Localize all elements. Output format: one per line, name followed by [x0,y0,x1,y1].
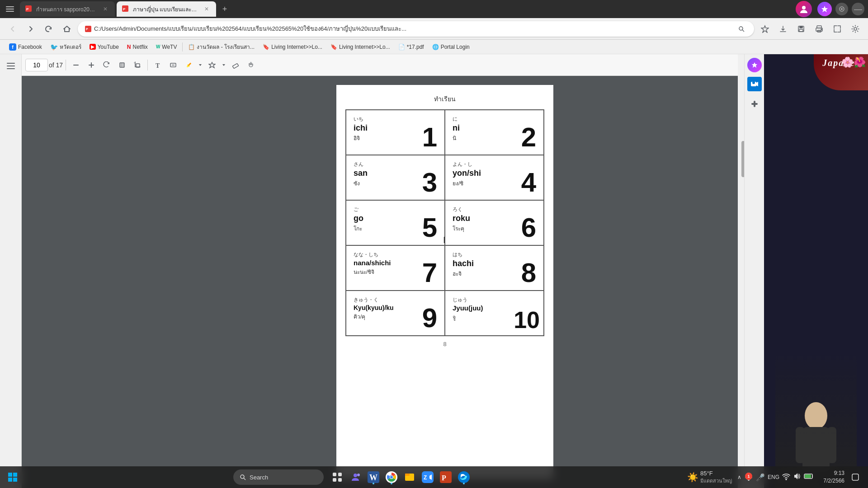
side-outlook-btn[interactable] [747,77,762,91]
tray-wifi-btn[interactable] [782,472,790,482]
sidebar-toggle-btn[interactable] [4,3,16,15]
bookmark-living1[interactable]: 🔖 Living Internet>>Lo... [259,42,326,52]
tab2-pdf-icon: P [122,5,129,13]
number-card-10: じゅう Jyuu(juu) จู 10 [445,291,544,336]
notification-count: 1 [747,474,750,479]
download-btn[interactable] [776,22,790,36]
address-input[interactable]: P C:/Users/Admin/Documents/แบบเรียน/แบบเ… [78,21,754,37]
taskbar-edge-btn[interactable] [456,469,472,485]
card6-hiragana: ろく [453,206,536,213]
crop-btn[interactable] [130,58,145,72]
svg-point-74 [354,474,357,477]
back-btn[interactable] [5,22,20,36]
bookmark-gradebook[interactable]: 📋 งานวัดผล - โรงเรียนสา... [184,41,258,53]
account-profile-btn[interactable] [796,1,812,17]
forward-btn[interactable] [24,22,38,36]
stamp-dropdown-btn[interactable] [220,58,227,72]
taskbar-search-bar[interactable]: Search [233,469,324,485]
taskbar-files-btn[interactable] [401,469,418,485]
home-btn[interactable] [60,22,74,36]
highlight-tool-btn[interactable] [181,58,196,72]
card1-hiragana: いち [354,116,437,122]
taskbar-zoom-btn[interactable]: Z [420,469,436,485]
windows-start-btn[interactable] [4,468,22,486]
clock-display[interactable]: 9:13 7/2/2566 [817,469,844,485]
wetv-icon: W [156,44,160,49]
taskbar-teams-btn[interactable] [347,469,363,485]
weather-desc-text: มีแดดสวนใหญ่ [700,477,732,485]
taskbar-word-btn[interactable]: W [365,469,382,485]
svg-point-68 [241,475,244,479]
search-in-address-btn[interactable] [736,23,747,34]
tab-sapporo-pdf[interactable]: P กำหนดการ sapporo2023.pdf ✕ [20,1,115,17]
weather-widget[interactable]: ☀️ 85°F มีแดดสวนใหญ่ [685,470,734,485]
fit-page-btn[interactable] [115,58,129,72]
minimize-btn[interactable]: — [852,3,864,15]
ai-btn[interactable] [817,2,832,16]
number-card-8: はち hachi ฮะจิ 8 [445,245,544,291]
taskbar-taskview-btn[interactable] [329,469,345,485]
tray-expand-btn[interactable]: ∧ [737,474,741,480]
page-number-input[interactable] [25,59,48,71]
settings-gear-btn[interactable] [848,22,863,36]
bookmark-star-btn[interactable] [758,22,772,36]
tray-language-btn[interactable]: ENG [768,474,779,480]
card9-number: 9 [422,305,437,332]
bookmark-wetv[interactable]: W WeTV [152,42,181,52]
stamp-tool-btn[interactable] [205,58,219,72]
bookmark-portal[interactable]: 🌐 Portal Login [429,42,473,52]
highlight-dropdown-btn[interactable] [197,58,204,72]
print-btn[interactable] [812,22,826,36]
tab2-close-btn[interactable]: ✕ [203,5,211,13]
zoom-in-btn[interactable] [84,58,99,72]
tray-notification-btn[interactable]: 1 [744,472,753,483]
tab1-close-btn[interactable]: ✕ [101,5,109,13]
bookmark-pdf17[interactable]: 📄 *17.pdf [395,42,428,52]
bookmark-netflix[interactable]: N Netflix [123,42,151,52]
pdf17-icon: 📄 [398,44,405,50]
living1-icon: 🔖 [263,44,269,50]
toolbar-sep-2 [147,60,148,70]
bookmark-wetv-label: WeTV [162,44,177,50]
number-card-6: ろく roku โระคุ 6 [445,200,544,245]
new-tab-btn[interactable]: + [218,2,231,16]
tray-volume-btn[interactable] [793,472,801,482]
bookmark-twitter[interactable]: 🐦 หวัดเตอร์ [47,41,85,53]
svg-marker-8 [821,6,828,12]
tab-japanese-pdf[interactable]: P ภาษาญี่ปุน แบบเรียนและแบบฝึดหัด ป... ✕ [117,1,216,17]
tray-battery-btn[interactable] [804,473,814,481]
save-btn[interactable] [794,22,808,36]
extension-btn[interactable] [835,3,848,15]
eraser-btn[interactable] [228,58,243,72]
side-add-btn[interactable] [747,97,762,111]
bookmark-living1-label: Living Internet>>Lo... [271,44,322,50]
side-ai-btn[interactable] [747,58,762,72]
zoom-out-btn[interactable] [69,58,83,72]
number-card-2: に ni นิ 2 [445,110,544,155]
bookmark-youtube[interactable]: ▶ YouTube [86,42,123,52]
svg-point-81 [390,476,393,479]
bookmark-facebook[interactable]: f Facebook [5,42,46,52]
taskbar-ppt-btn[interactable]: P [438,469,454,485]
bookmark-living2-label: Living Internet>>Lo... [339,44,390,50]
card9-hiragana: きゅう・く [354,296,437,303]
tab1-pdf-icon: P [25,5,33,13]
svg-rect-18 [799,29,803,32]
pdf-menu-btn[interactable] [3,58,19,74]
tray-mic-btn[interactable]: 🎤 [756,473,765,482]
action-center-btn[interactable] [848,470,863,484]
toolbar-sep-1 [66,60,66,70]
bookmark-living2[interactable]: 🔖 Living Internet>>Lo... [327,42,394,52]
rotate-btn[interactable] [99,58,114,72]
bookmarks-separator [182,42,183,52]
taskbar-chrome-btn[interactable] [383,469,400,485]
refresh-btn[interactable] [42,22,56,36]
expand-btn[interactable] [830,22,844,36]
svg-rect-91 [805,474,811,478]
text-tool-btn[interactable]: T [151,58,165,72]
text-box-btn[interactable] [166,58,180,72]
address-text: C:/Users/Admin/Documents/แบบเรียน/แบบเรี… [94,24,736,33]
video-panel: 🌸🌺 Japanese [764,54,868,488]
content-area: of 17 [0,54,868,488]
hand-tool-btn[interactable] [244,58,258,72]
